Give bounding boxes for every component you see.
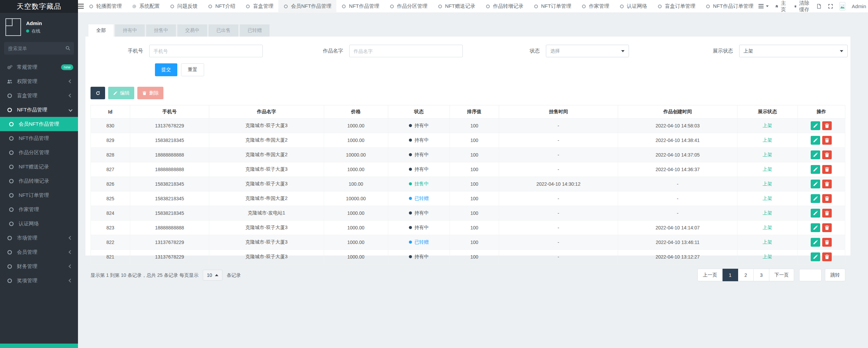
fullscreen-button[interactable] <box>828 4 833 9</box>
phone-input[interactable] <box>149 45 263 57</box>
sidebar-item[interactable]: 奖项管理 <box>0 273 78 288</box>
row-edit-button[interactable] <box>811 238 820 247</box>
topnav-item[interactable]: NFT赠送记录 <box>433 0 480 13</box>
display-status-select[interactable]: 上架 <box>739 45 848 57</box>
display-status-link[interactable]: 上架 <box>763 196 772 201</box>
cell-display-status: 上架 <box>737 119 797 133</box>
row-edit-button[interactable] <box>811 194 820 203</box>
display-status-link[interactable]: 上架 <box>763 181 772 186</box>
jump-page-input[interactable] <box>799 269 822 281</box>
display-status-link[interactable]: 上架 <box>763 239 772 245</box>
row-delete-button[interactable] <box>822 252 832 261</box>
jump-button[interactable]: 跳转 <box>825 269 845 281</box>
refresh-page-button[interactable] <box>816 4 822 9</box>
admin-avatar[interactable] <box>840 2 845 11</box>
topnav-item[interactable]: NFT作品订单管理 <box>701 0 758 13</box>
row-delete-button[interactable] <box>822 238 832 247</box>
display-status-link[interactable]: 上架 <box>763 166 772 172</box>
row-delete-button[interactable] <box>822 165 832 174</box>
display-status-link[interactable]: 上架 <box>763 123 772 128</box>
clear-cache-link[interactable]: 清除缓存 <box>794 0 810 13</box>
row-edit-button[interactable] <box>811 180 820 188</box>
row-edit-button[interactable] <box>811 252 820 261</box>
topnav-item[interactable]: 作家管理 <box>576 0 614 13</box>
cell-status: 持有中 <box>388 162 450 177</box>
tabs-list-dropdown-button[interactable] <box>758 4 769 9</box>
sidebar-subitem-label: 作家管理 <box>19 206 39 213</box>
display-status-link[interactable]: 上架 <box>763 152 772 157</box>
sidebar-item[interactable]: 财务管理 <box>0 259 78 273</box>
edit-button[interactable]: 编辑 <box>108 87 134 99</box>
topnav-item[interactable]: 盲盒管理 <box>240 0 278 13</box>
topnav-item[interactable]: 认证网络 <box>614 0 652 13</box>
status-select[interactable]: 选择 <box>546 45 629 57</box>
row-edit-button[interactable] <box>811 150 820 159</box>
sidebar-item[interactable]: 会员管理 <box>0 245 78 259</box>
tab-item[interactable]: 持有中 <box>115 24 145 37</box>
home-link[interactable]: 主页 <box>775 0 788 13</box>
display-status-link[interactable]: 上架 <box>763 210 772 216</box>
display-status-link[interactable]: 上架 <box>763 225 772 230</box>
cell-display-status: 上架 <box>737 206 797 221</box>
topnav-item[interactable]: 盲盒订单管理 <box>652 0 701 13</box>
page-button[interactable]: 1 <box>723 269 738 281</box>
sidebar-item[interactable]: 权限管理 <box>0 74 78 88</box>
sidebar-subitem[interactable]: 作家管理 <box>0 202 78 217</box>
sidebar-subitem[interactable]: NFT作品管理 <box>0 131 78 145</box>
submit-button[interactable]: 提交 <box>155 63 177 76</box>
cell-display-status: 上架 <box>737 177 797 191</box>
row-edit-button[interactable] <box>811 165 820 174</box>
topnav-item[interactable]: NFT介绍 <box>203 0 240 13</box>
reset-button[interactable]: 重置 <box>181 63 204 76</box>
sidebar-subitem[interactable]: NFT订单管理 <box>0 188 78 202</box>
circle-icon <box>534 4 538 9</box>
delete-button[interactable]: 删除 <box>137 87 163 99</box>
row-delete-button[interactable] <box>822 150 832 159</box>
sidebar-item[interactable]: 市场管理 <box>0 231 78 245</box>
row-delete-button[interactable] <box>822 121 832 130</box>
display-status-link[interactable]: 上架 <box>763 254 772 259</box>
sidebar-item[interactable]: 常规管理new <box>0 60 78 74</box>
work-name-input[interactable] <box>349 45 463 57</box>
row-delete-button[interactable] <box>822 209 832 218</box>
tab-item[interactable]: 已出售 <box>209 24 238 37</box>
sidebar-menu: 常规管理new权限管理盲盒管理NFT作品管理会员NFT作品管理NFT作品管理作品… <box>0 60 78 288</box>
tab-item[interactable]: 交易中 <box>177 24 207 37</box>
refresh-button[interactable] <box>91 87 105 99</box>
row-delete-button[interactable] <box>822 180 832 188</box>
row-delete-button[interactable] <box>822 223 832 232</box>
row-delete-button[interactable] <box>822 194 832 203</box>
sidebar-subitem[interactable]: 作品分区管理 <box>0 145 78 160</box>
topnav-item[interactable]: NFT订单管理 <box>529 0 576 13</box>
tab-item[interactable]: 挂售中 <box>146 24 176 37</box>
sidebar-subitem[interactable]: 认证网络 <box>0 217 78 231</box>
prev-page-button[interactable]: 上一页 <box>697 269 723 281</box>
sidebar-item[interactable]: 盲盒管理 <box>0 88 78 103</box>
topnav-item-label: 系统配置 <box>139 3 160 9</box>
per-page-select[interactable]: 10 <box>203 270 222 281</box>
row-edit-button[interactable] <box>811 136 820 145</box>
sidebar-subitem[interactable]: 作品转增记录 <box>0 174 78 188</box>
sidebar-subitem[interactable]: NFT赠送记录 <box>0 160 78 174</box>
page-button[interactable]: 3 <box>754 269 769 281</box>
topnav-item[interactable]: 作品转增记录 <box>480 0 529 13</box>
topnav-item[interactable]: 会员NFT作品管理 <box>278 0 336 13</box>
next-page-button[interactable]: 下一页 <box>769 269 794 281</box>
display-status-link[interactable]: 上架 <box>763 137 772 143</box>
page-button[interactable]: 2 <box>738 269 754 281</box>
menu-search-input[interactable] <box>4 42 74 55</box>
tab-item[interactable]: 全部 <box>88 24 114 37</box>
row-edit-button[interactable] <box>811 209 820 218</box>
tab-item[interactable]: 已转赠 <box>240 24 270 37</box>
topnav-item[interactable]: 问题反馈 <box>165 0 203 13</box>
row-delete-button[interactable] <box>822 136 832 145</box>
topnav-item[interactable]: 轮播图管理 <box>84 0 127 13</box>
row-edit-button[interactable] <box>811 121 820 130</box>
topnav-item[interactable]: NFT作品管理 <box>336 0 384 13</box>
sidebar-item[interactable]: NFT作品管理 <box>0 103 78 117</box>
sidebar-subitem[interactable]: 会员NFT作品管理 <box>0 117 78 131</box>
hamburger-menu-button[interactable] <box>78 0 84 13</box>
topnav-item[interactable]: 系统配置 <box>127 0 165 13</box>
row-edit-button[interactable] <box>811 223 820 232</box>
topnav-item[interactable]: 作品分区管理 <box>384 0 433 13</box>
